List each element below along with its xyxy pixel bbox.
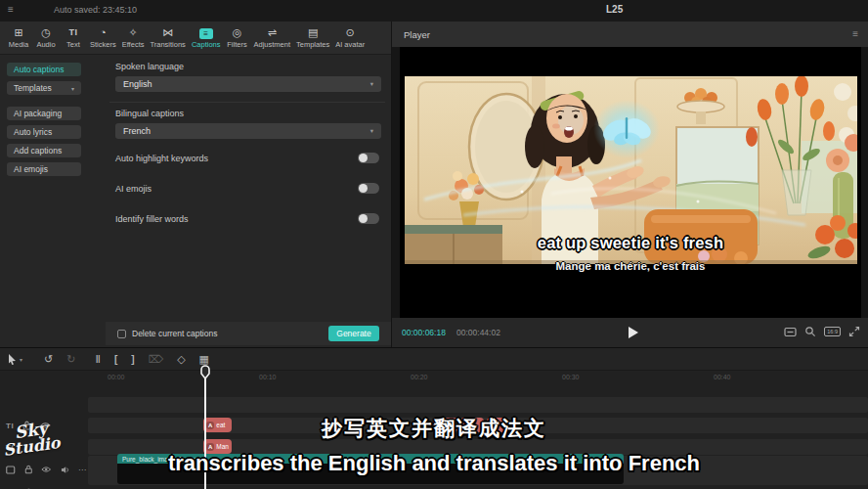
video-clip-filmstrip	[117, 464, 624, 484]
undo-icon[interactable]: ↺	[44, 353, 53, 366]
chevron-down-icon: ▾	[20, 356, 22, 363]
playhead-handle[interactable]	[199, 365, 211, 379]
toolbar-media[interactable]: ⊞ Media	[5, 26, 32, 49]
ruler-label: 00:40	[714, 374, 731, 380]
divider	[109, 102, 385, 103]
toolbar-transitions[interactable]: ⋈ Transitions	[147, 26, 188, 49]
player-header: Player ≡	[392, 22, 868, 47]
mask-icon[interactable]: ◇	[177, 353, 185, 366]
toolbar-label: Stickers	[90, 40, 116, 49]
toolbar-ai-avatar[interactable]: ⊙ AI avatar	[332, 26, 368, 49]
aspect-ratio-icon[interactable]: 16:9	[824, 327, 841, 336]
video-clip-label: Pure_black_image_2k....png	[122, 456, 202, 463]
quality-icon[interactable]	[784, 327, 797, 337]
toggle-knob	[359, 214, 368, 223]
ai-avatar-icon: ⊙	[346, 26, 355, 39]
toolbar-label: Text	[66, 40, 80, 49]
select-cursor-icon[interactable]: ▾	[8, 354, 22, 365]
project-title: L25	[606, 4, 623, 15]
toolbar-captions[interactable]: ≡ Captions	[189, 27, 224, 49]
watermark-line: Studio	[2, 435, 61, 459]
menu-icon[interactable]: ≡	[8, 4, 14, 15]
timeline-region: ▾ ↺ ↻ Ⅱ [ ] ⌦ ◇ ▦ 00:00 00:10 00:20 00:3…	[0, 347, 868, 489]
delete-captions-checkbox[interactable]	[117, 330, 126, 338]
player-menu-icon[interactable]: ≡	[852, 28, 858, 39]
ai-emojis-label: AI emojis	[115, 184, 152, 194]
caption-clip-label: Man	[216, 443, 229, 450]
delete-icon[interactable]: ⌦	[149, 353, 164, 366]
sidebar-item-templates[interactable]: Templates ▾	[7, 81, 81, 95]
crop-icon[interactable]: ▦	[199, 353, 209, 366]
toolbar-effects[interactable]: ✧ Effects	[119, 26, 148, 49]
bilingual-language-dropdown[interactable]: French ▾	[115, 123, 381, 139]
generate-button[interactable]: Generate	[328, 326, 379, 341]
toolbar-templates[interactable]: ▤ Templates	[293, 26, 332, 49]
fullscreen-icon[interactable]	[848, 326, 860, 337]
player-controls: 00:00:06:18 00:00:44:02 16:9	[392, 318, 868, 347]
transitions-icon: ⋈	[162, 26, 173, 39]
sidebar-label: AI emojis	[14, 164, 48, 174]
video-track-icon	[6, 466, 16, 474]
toolbar-audio[interactable]: ◷ Audio	[32, 26, 60, 49]
sidebar-item-auto-lyrics[interactable]: Auto lyrics	[7, 125, 81, 139]
toolbar-adjustment[interactable]: ⇌ Adjustment	[250, 26, 293, 49]
playhead[interactable]	[204, 371, 206, 489]
toolbar-label: Effects	[122, 40, 145, 49]
play-button[interactable]	[625, 325, 640, 340]
lock-icon[interactable]	[24, 465, 33, 474]
sidebar-label: Add captions	[14, 146, 62, 156]
toolbar-label: Captions	[192, 40, 221, 49]
speaker-icon[interactable]	[61, 466, 70, 474]
toolbar-label: Media	[9, 40, 28, 49]
toolbar-stickers[interactable]: ◔ Stickers	[87, 26, 119, 49]
sidebar-label: Templates	[14, 83, 52, 93]
redo-icon[interactable]: ↻	[66, 353, 75, 366]
filler-words-toggle[interactable]	[358, 213, 379, 224]
toolbar-filters[interactable]: ◎ Filters	[223, 26, 250, 49]
toolbar-label: Templates	[296, 40, 329, 49]
sidebar-label: Auto lyrics	[14, 127, 52, 137]
toolbar-label: Filters	[227, 40, 246, 49]
ruler-label: 00:20	[411, 374, 428, 380]
eye-icon[interactable]	[41, 466, 51, 473]
timeline-toolbar: ▾ ↺ ↻ Ⅱ [ ] ⌦ ◇ ▦	[0, 348, 868, 371]
video-caption-primary: eat up sweetie it's fresh	[400, 234, 861, 252]
sidebar-item-ai-emojis[interactable]: AI emojis	[7, 162, 81, 176]
filters-icon: ◎	[233, 26, 242, 39]
caption-clip-mange[interactable]: A Man	[203, 439, 232, 454]
trim-left-icon[interactable]: [	[114, 354, 117, 365]
toolbar-text[interactable]: TI Text	[60, 26, 87, 49]
caption-clip-eat[interactable]: A eat	[203, 418, 232, 432]
auto-highlight-toggle[interactable]	[358, 153, 379, 163]
captions-panel-footer: Delete current captions Generate	[106, 322, 391, 345]
toolbar-label: AI avatar	[335, 40, 365, 49]
video-frame[interactable]: eat up sweetie it's fresh Mange ma chéri…	[400, 47, 861, 318]
sidebar-item-auto-captions[interactable]: Auto captions	[7, 63, 81, 76]
zoom-fit-icon[interactable]	[804, 326, 816, 337]
ruler-label: 00:30	[562, 374, 580, 380]
sidebar-item-add-captions[interactable]: Add captions	[7, 144, 81, 157]
video-clip[interactable]: Pure_black_image_2k....png	[117, 454, 624, 484]
duration-timecode: 00:00:44:02	[456, 328, 500, 337]
bilingual-language-value: French	[123, 126, 151, 136]
caption-clip[interactable]	[487, 418, 507, 432]
player-canvas: eat up sweetie it's fresh Mange ma chéri…	[392, 47, 868, 318]
trim-right-icon[interactable]: ]	[131, 354, 134, 365]
ruler-label: 00:10	[259, 374, 277, 380]
autosave-status: Auto saved: 23:45:10	[54, 5, 137, 15]
sidebar-item-ai-packaging[interactable]: AI packaging	[7, 107, 81, 120]
caption-clip[interactable]	[433, 418, 457, 432]
spoken-language-label: Spoken language	[115, 62, 184, 71]
more-options-icon[interactable]: ⋯	[78, 466, 86, 474]
audio-track-header	[0, 485, 86, 489]
sidebar-label: AI packaging	[14, 109, 62, 118]
audio-icon: ◷	[41, 26, 51, 39]
captions-panel: Auto captions Templates ▾ AI packaging A…	[0, 54, 391, 347]
playhead-timecode: 00:00:06:18	[402, 328, 446, 337]
caption-badge: A	[206, 443, 214, 451]
stickers-icon: ◔	[100, 26, 107, 39]
ai-emojis-toggle[interactable]	[358, 183, 379, 194]
split-icon[interactable]: Ⅱ	[95, 353, 100, 366]
spoken-language-dropdown[interactable]: English ▾	[115, 76, 381, 92]
caption-clip[interactable]	[460, 418, 484, 432]
